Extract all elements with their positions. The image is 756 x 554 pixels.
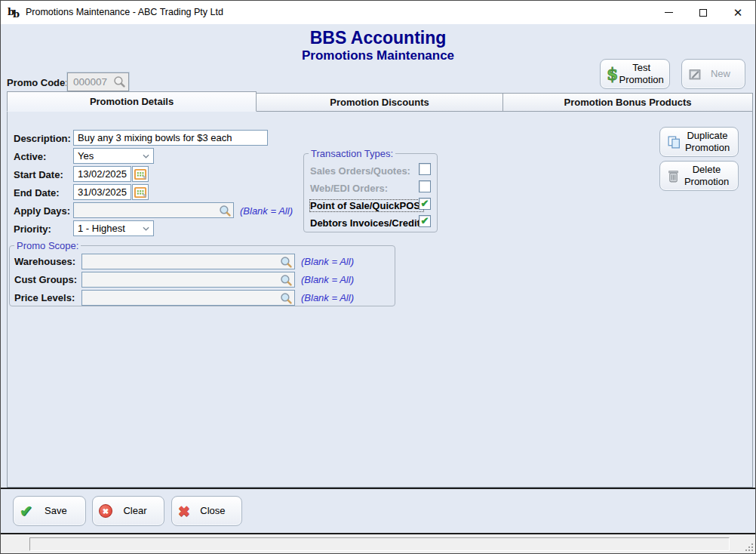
- window-title: Promotions Maintenance - ABC Trading Pty…: [26, 1, 223, 24]
- sales-orders-quotes-label: Sales Orders/Quotes:: [310, 165, 410, 177]
- priority-label: Priority:: [14, 223, 51, 235]
- duplicate-promotion-label: Duplicate Promotion: [681, 130, 733, 155]
- promotion-details-panel: Description: Buy any 3 mixing bowls for …: [7, 111, 753, 488]
- calendar-icon: [134, 186, 147, 199]
- duplicate-promotion-button[interactable]: Duplicate Promotion: [659, 127, 739, 157]
- maximize-button[interactable]: [686, 1, 721, 24]
- delete-promotion-button[interactable]: Delete Promotion: [659, 161, 739, 191]
- delete-promotion-label: Delete Promotion: [680, 164, 733, 189]
- search-icon: [219, 205, 232, 217]
- search-icon: [280, 256, 293, 269]
- search-icon: [113, 75, 126, 88]
- debtors-invoices-credits-label: Debtors Invoices/Credits:: [310, 217, 429, 229]
- active-label: Active:: [14, 151, 46, 162]
- price-levels-label: Price Levels:: [14, 292, 75, 303]
- cust-groups-input[interactable]: [81, 272, 295, 288]
- promo-code-value: 000007: [73, 76, 107, 88]
- cust-groups-label: Cust Groups:: [14, 274, 77, 285]
- apply-days-label: Apply Days:: [14, 205, 70, 217]
- cust-groups-hint: (Blank = All): [301, 274, 354, 285]
- transaction-types-group: Transaction Types: Sales Orders/Quotes: …: [303, 148, 438, 232]
- web-edi-orders-label: Web/EDI Orders:: [310, 183, 388, 194]
- trash-icon: [667, 169, 680, 183]
- divider: [1, 488, 755, 489]
- transaction-types-legend: Transaction Types:: [309, 148, 395, 159]
- web-edi-orders-checkbox[interactable]: [419, 180, 431, 192]
- search-icon: [280, 274, 293, 287]
- point-of-sale-quickpos-checkbox[interactable]: ✔: [419, 198, 431, 210]
- close-button[interactable]: ✖ Close: [171, 496, 242, 526]
- description-input[interactable]: Buy any 3 mixing bowls for $3 each: [73, 130, 268, 146]
- end-date-calendar-button[interactable]: [132, 184, 149, 200]
- new-button[interactable]: New: [681, 59, 745, 89]
- close-icon: ✕: [733, 7, 743, 18]
- start-date-calendar-button[interactable]: [132, 166, 149, 182]
- status-bar: [1, 534, 755, 554]
- app-title: BBS Accounting: [1, 28, 755, 48]
- resize-grip[interactable]: [745, 543, 754, 552]
- status-message-panel: [29, 537, 730, 551]
- minimize-button[interactable]: [651, 1, 686, 24]
- warehouses-hint: (Blank = All): [301, 256, 354, 267]
- close-x-icon: ✖: [178, 503, 190, 520]
- clear-label: Clear: [112, 505, 158, 517]
- test-promotion-button[interactable]: $ Test Promotion: [600, 59, 670, 89]
- close-window-button[interactable]: ✕: [721, 1, 755, 24]
- tab-strip: Promotion Details Promotion Discounts Pr…: [7, 93, 753, 112]
- promo-scope-legend: Promo Scope:: [14, 240, 81, 251]
- description-label: Description:: [14, 133, 71, 144]
- new-notepad-icon: [688, 67, 702, 82]
- warehouses-input[interactable]: [81, 254, 295, 269]
- app-logo-icon: bb: [8, 5, 21, 19]
- tab-promotion-bonus-products[interactable]: Promotion Bonus Products: [503, 93, 753, 112]
- test-promotion-label: Test Promotion: [618, 62, 665, 87]
- dollar-icon: $: [607, 64, 618, 84]
- start-date-input[interactable]: 13/02/2025: [73, 166, 131, 182]
- warehouses-label: Warehouses:: [14, 256, 75, 267]
- end-date-label: End Date:: [14, 187, 60, 199]
- apply-days-hint: (Blank = All): [240, 205, 293, 217]
- promo-scope-group: Promo Scope: Warehouses: (Blank = All) C…: [9, 240, 395, 306]
- debtors-invoices-credits-checkbox[interactable]: ✔: [419, 215, 431, 227]
- clear-button[interactable]: ✖ Clear: [92, 496, 164, 526]
- sales-orders-quotes-checkbox[interactable]: [419, 163, 431, 175]
- promo-code-field[interactable]: 000007: [67, 72, 129, 91]
- close-label: Close: [190, 505, 235, 517]
- active-select[interactable]: Yes: [73, 148, 154, 164]
- save-button[interactable]: ✔ Save: [13, 496, 86, 526]
- checkmark-icon: ✔: [20, 502, 32, 520]
- point-of-sale-quickpos-label: Point of Sale/QuickPOS:: [310, 200, 423, 211]
- priority-select[interactable]: 1 - Highest: [73, 220, 154, 236]
- search-icon: [280, 292, 293, 305]
- tab-promotion-discounts[interactable]: Promotion Discounts: [257, 93, 503, 112]
- minimize-icon: [665, 12, 673, 13]
- chevron-down-icon: [143, 226, 149, 231]
- calendar-icon: [134, 168, 147, 180]
- copy-icon: [667, 135, 681, 149]
- new-label: New: [702, 68, 739, 80]
- start-date-label: Start Date:: [14, 169, 63, 180]
- price-levels-input[interactable]: [81, 290, 295, 306]
- tab-promotion-details[interactable]: Promotion Details: [7, 91, 257, 112]
- chevron-down-icon: [143, 154, 149, 159]
- apply-days-input[interactable]: [73, 202, 234, 218]
- save-label: Save: [32, 505, 79, 517]
- cancel-circle-icon: ✖: [99, 504, 112, 518]
- title-bar: bb Promotions Maintenance - ABC Trading …: [1, 1, 755, 24]
- maximize-icon: [699, 9, 707, 17]
- end-date-input[interactable]: 31/03/2025: [73, 184, 131, 200]
- promo-code-label: Promo Code:: [7, 77, 69, 88]
- price-levels-hint: (Blank = All): [301, 292, 354, 303]
- promotions-maintenance-window: bb Promotions Maintenance - ABC Trading …: [0, 0, 756, 554]
